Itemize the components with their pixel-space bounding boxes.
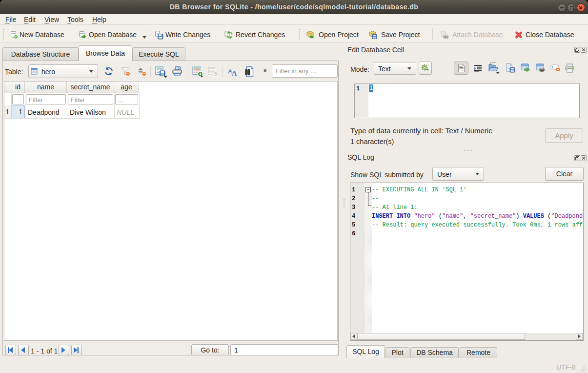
svg-text:A: A [232, 69, 237, 77]
